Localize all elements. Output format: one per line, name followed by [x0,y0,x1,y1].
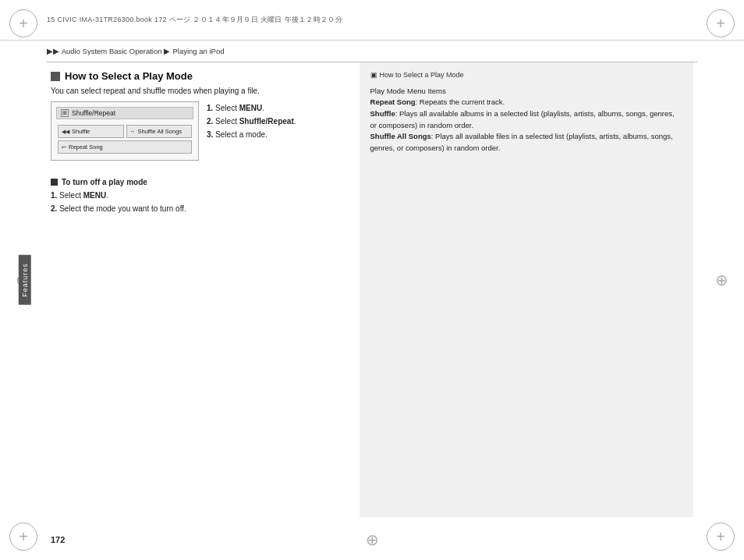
shuffle-entry: Shuffle: Plays all available albums in a… [370,108,682,131]
step1-bold: MENU [239,104,262,112]
breadcrumb-part2: Playing an iPod [172,47,224,55]
shuffle-label: Shuffle [72,128,90,135]
breadcrumb: ▶▶ Audio System Basic Operation ▶ Playin… [47,41,697,62]
shuffle-all-entry: Shuffle All Songs: Plays all available f… [370,131,682,154]
shuffle-btn: ◀◀ Shuffle [58,125,124,138]
corner-mark-br [707,523,735,551]
sub-square-icon [51,179,58,186]
page-number: 172 [51,535,65,544]
step3: 3. Select a mode. [207,128,296,141]
repeat-song-entry: Repeat Song: Repeats the current track. [370,97,682,108]
shuffle-all-term: Shuffle All Songs [370,132,431,140]
sub-step1-bold: MENU [83,191,106,200]
breadcrumb-separator: ▶ [164,47,170,55]
right-column: ▣ How to Select a Play Mode Play Mode Me… [360,62,693,517]
shuffle-desc: : Plays all available albums in a select… [370,109,675,129]
shuffle-all-icon: ↔ [130,129,136,134]
right-col-heading: ▣ How to Select a Play Mode [370,70,682,81]
breadcrumb-prefix: ▶▶ [47,47,59,55]
side-tab: Features [19,255,31,305]
left-column: How to Select a Play Mode You can select… [51,62,360,517]
intro-text: You can select repeat and shuffle modes … [51,87,344,95]
main-content: How to Select a Play Mode You can select… [51,62,693,517]
step1: 1. Select MENU. [207,101,296,115]
shuffle-icon: ◀◀ [62,129,69,135]
shuffle-all-label: Shuffle All Songs [138,128,182,135]
right-crosshair: ⊕ [715,271,728,289]
right-heading-text: How to Select a Play Mode [380,70,464,81]
shuffle-term: Shuffle [370,109,395,118]
right-col-body: Play Mode Menu Items Repeat Song: Repeat… [370,86,682,154]
top-header: 15 CIVIC IMA-31TR26300.book 172 ページ ２０１４… [0,0,744,41]
repeat-icon: ↩ [62,144,66,151]
right-heading-icon: ▣ [370,70,377,81]
sub-heading-text: To turn off a play mode [62,178,147,186]
screenshot-grid: ◀◀ Shuffle ↔ Shuffle All Songs ↩ Repeat … [56,123,193,155]
steps-text: 1. Select MENU. 2. Select Shuffle/Repeat… [207,101,296,141]
screenshot-title-bar: ⊞ Shuffle/Repeat [56,107,193,119]
step2: 2. Select Shuffle/Repeat. [207,115,296,128]
header-text: 15 CIVIC IMA-31TR26300.book 172 ページ ２０１４… [47,15,342,25]
right-sub-heading: Play Mode Menu Items [370,86,682,97]
section-heading: How to Select a Play Mode [51,70,344,82]
bottom-crosshair: ⊕ [366,530,379,549]
repeat-song-desc: : Repeats the current track. [416,97,505,106]
sub-section-heading: To turn off a play mode [51,178,344,186]
repeat-label: Repeat Song [69,144,103,151]
sub-step2: 2. Select the mode you want to turn off. [51,202,344,215]
screenshot-title: Shuffle/Repeat [72,109,115,117]
breadcrumb-part1: Audio System Basic Operation [62,47,162,55]
repeat-btn: ↩ Repeat Song [58,140,192,154]
repeat-song-term: Repeat Song [370,97,416,106]
step2-bold: Shuffle/Repeat [239,117,294,126]
screenshot-box: ⊞ Shuffle/Repeat ◀◀ Shuffle ↔ Shuffle Al… [51,101,199,161]
sub-steps: 1. Select MENU. 2. Select the mode you w… [51,189,344,215]
steps-container: ⊞ Shuffle/Repeat ◀◀ Shuffle ↔ Shuffle Al… [51,101,344,168]
shuffle-all-btn: ↔ Shuffle All Songs [126,125,193,138]
section-title: How to Select a Play Mode [65,70,193,82]
sub-section: To turn off a play mode 1. Select MENU. … [51,178,344,215]
screenshot-title-icon: ⊞ [61,109,69,117]
corner-mark-bl [9,523,37,551]
sub-step1: 1. Select MENU. [51,189,344,202]
heading-square-icon [51,72,60,81]
